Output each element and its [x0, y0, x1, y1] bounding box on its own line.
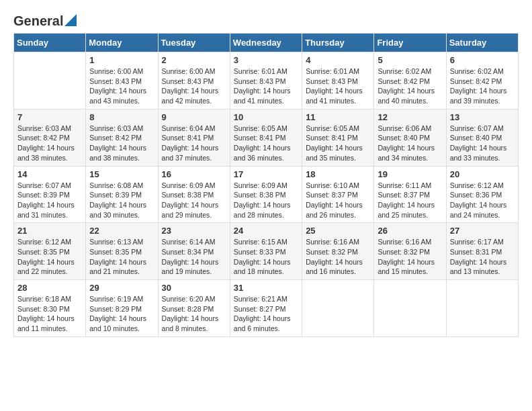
day-number: 6	[450, 55, 515, 65]
calendar-cell: 17Sunrise: 6:09 AM Sunset: 8:38 PM Dayli…	[230, 166, 302, 223]
calendar-header-wednesday: Wednesday	[230, 34, 302, 52]
day-info: Sunrise: 6:05 AM Sunset: 8:41 PM Dayligh…	[306, 124, 370, 163]
day-info: Sunrise: 6:05 AM Sunset: 8:41 PM Dayligh…	[234, 124, 298, 163]
calendar-week-row: 14Sunrise: 6:07 AM Sunset: 8:39 PM Dayli…	[14, 166, 519, 223]
calendar-cell: 22Sunrise: 6:13 AM Sunset: 8:35 PM Dayli…	[86, 223, 158, 280]
day-info: Sunrise: 6:02 AM Sunset: 8:42 PM Dayligh…	[450, 66, 515, 106]
day-info: Sunrise: 6:01 AM Sunset: 8:43 PM Dayligh…	[234, 66, 298, 106]
day-number: 26	[378, 226, 442, 236]
day-info: Sunrise: 6:21 AM Sunset: 8:27 PM Dayligh…	[234, 294, 298, 334]
day-info: Sunrise: 6:20 AM Sunset: 8:28 PM Dayligh…	[162, 294, 226, 334]
day-number: 3	[234, 55, 298, 65]
calendar-cell: 9Sunrise: 6:04 AM Sunset: 8:41 PM Daylig…	[158, 109, 230, 166]
day-info: Sunrise: 6:00 AM Sunset: 8:43 PM Dayligh…	[162, 66, 226, 106]
logo-triangle-icon	[64, 14, 77, 26]
day-info: Sunrise: 6:04 AM Sunset: 8:41 PM Dayligh…	[162, 124, 226, 163]
day-number: 28	[17, 283, 82, 293]
calendar-cell: 4Sunrise: 6:01 AM Sunset: 8:43 PM Daylig…	[302, 52, 374, 109]
calendar-cell: 28Sunrise: 6:18 AM Sunset: 8:30 PM Dayli…	[14, 280, 86, 337]
day-info: Sunrise: 6:02 AM Sunset: 8:42 PM Dayligh…	[378, 66, 442, 106]
day-number: 31	[234, 283, 298, 293]
day-info: Sunrise: 6:15 AM Sunset: 8:33 PM Dayligh…	[234, 237, 298, 277]
calendar-cell: 7Sunrise: 6:03 AM Sunset: 8:42 PM Daylig…	[14, 109, 86, 166]
day-info: Sunrise: 6:14 AM Sunset: 8:34 PM Dayligh…	[162, 237, 226, 277]
calendar-cell: 27Sunrise: 6:17 AM Sunset: 8:31 PM Dayli…	[446, 223, 518, 280]
day-info: Sunrise: 6:17 AM Sunset: 8:31 PM Dayligh…	[450, 237, 515, 277]
day-number: 16	[162, 169, 226, 179]
day-number: 10	[234, 112, 298, 122]
header: General	[13, 13, 519, 26]
day-info: Sunrise: 6:19 AM Sunset: 8:29 PM Dayligh…	[89, 294, 154, 334]
day-number: 12	[378, 112, 442, 122]
day-number: 15	[89, 169, 154, 179]
day-number: 11	[306, 112, 370, 122]
calendar-cell: 1Sunrise: 6:00 AM Sunset: 8:43 PM Daylig…	[86, 52, 158, 109]
day-info: Sunrise: 6:03 AM Sunset: 8:42 PM Dayligh…	[89, 124, 154, 163]
calendar-cell	[446, 280, 518, 337]
calendar-cell	[14, 52, 86, 109]
day-info: Sunrise: 6:13 AM Sunset: 8:35 PM Dayligh…	[89, 237, 154, 277]
day-number: 1	[89, 55, 154, 65]
logo: General	[13, 13, 77, 26]
day-number: 2	[162, 55, 226, 65]
calendar-cell: 29Sunrise: 6:19 AM Sunset: 8:29 PM Dayli…	[86, 280, 158, 337]
calendar-cell: 13Sunrise: 6:07 AM Sunset: 8:40 PM Dayli…	[446, 109, 518, 166]
day-info: Sunrise: 6:06 AM Sunset: 8:40 PM Dayligh…	[378, 124, 442, 163]
calendar-cell	[302, 280, 374, 337]
day-number: 18	[306, 169, 370, 179]
calendar-header-friday: Friday	[374, 34, 446, 52]
day-info: Sunrise: 6:09 AM Sunset: 8:38 PM Dayligh…	[162, 181, 226, 220]
day-number: 5	[378, 55, 442, 65]
calendar-cell: 8Sunrise: 6:03 AM Sunset: 8:42 PM Daylig…	[86, 109, 158, 166]
day-info: Sunrise: 6:00 AM Sunset: 8:43 PM Dayligh…	[89, 66, 154, 106]
calendar-cell: 24Sunrise: 6:15 AM Sunset: 8:33 PM Dayli…	[230, 223, 302, 280]
calendar-cell: 15Sunrise: 6:08 AM Sunset: 8:39 PM Dayli…	[86, 166, 158, 223]
day-number: 25	[306, 226, 370, 236]
calendar-cell: 30Sunrise: 6:20 AM Sunset: 8:28 PM Dayli…	[158, 280, 230, 337]
calendar-cell: 16Sunrise: 6:09 AM Sunset: 8:38 PM Dayli…	[158, 166, 230, 223]
day-number: 20	[450, 169, 515, 179]
calendar-cell: 12Sunrise: 6:06 AM Sunset: 8:40 PM Dayli…	[374, 109, 446, 166]
calendar-week-row: 21Sunrise: 6:12 AM Sunset: 8:35 PM Dayli…	[14, 223, 519, 280]
day-info: Sunrise: 6:07 AM Sunset: 8:39 PM Dayligh…	[17, 181, 82, 220]
calendar-cell: 18Sunrise: 6:10 AM Sunset: 8:37 PM Dayli…	[302, 166, 374, 223]
day-number: 14	[17, 169, 82, 179]
svg-marker-0	[64, 14, 77, 26]
day-number: 23	[162, 226, 226, 236]
day-info: Sunrise: 6:08 AM Sunset: 8:39 PM Dayligh…	[89, 181, 154, 220]
calendar-header-sunday: Sunday	[14, 34, 86, 52]
day-info: Sunrise: 6:01 AM Sunset: 8:43 PM Dayligh…	[306, 66, 370, 106]
calendar-header-monday: Monday	[86, 34, 158, 52]
day-info: Sunrise: 6:16 AM Sunset: 8:32 PM Dayligh…	[306, 237, 370, 277]
calendar-week-row: 1Sunrise: 6:00 AM Sunset: 8:43 PM Daylig…	[14, 52, 519, 109]
day-info: Sunrise: 6:12 AM Sunset: 8:36 PM Dayligh…	[450, 181, 515, 220]
day-number: 29	[89, 283, 154, 293]
logo-general-text: General	[13, 13, 63, 29]
calendar-cell: 14Sunrise: 6:07 AM Sunset: 8:39 PM Dayli…	[14, 166, 86, 223]
day-number: 7	[17, 112, 82, 122]
calendar-cell: 11Sunrise: 6:05 AM Sunset: 8:41 PM Dayli…	[302, 109, 374, 166]
calendar-header-tuesday: Tuesday	[158, 34, 230, 52]
day-number: 9	[162, 112, 226, 122]
calendar-cell: 25Sunrise: 6:16 AM Sunset: 8:32 PM Dayli…	[302, 223, 374, 280]
day-info: Sunrise: 6:03 AM Sunset: 8:42 PM Dayligh…	[17, 124, 82, 163]
day-info: Sunrise: 6:10 AM Sunset: 8:37 PM Dayligh…	[306, 181, 370, 220]
day-number: 13	[450, 112, 515, 122]
day-number: 22	[89, 226, 154, 236]
day-info: Sunrise: 6:11 AM Sunset: 8:37 PM Dayligh…	[378, 181, 442, 220]
day-number: 8	[89, 112, 154, 122]
day-info: Sunrise: 6:12 AM Sunset: 8:35 PM Dayligh…	[17, 237, 82, 277]
day-info: Sunrise: 6:18 AM Sunset: 8:30 PM Dayligh…	[17, 294, 82, 334]
calendar-cell: 19Sunrise: 6:11 AM Sunset: 8:37 PM Dayli…	[374, 166, 446, 223]
calendar-cell: 20Sunrise: 6:12 AM Sunset: 8:36 PM Dayli…	[446, 166, 518, 223]
calendar-cell: 6Sunrise: 6:02 AM Sunset: 8:42 PM Daylig…	[446, 52, 518, 109]
day-number: 24	[234, 226, 298, 236]
calendar-cell: 10Sunrise: 6:05 AM Sunset: 8:41 PM Dayli…	[230, 109, 302, 166]
calendar-week-row: 28Sunrise: 6:18 AM Sunset: 8:30 PM Dayli…	[14, 280, 519, 337]
day-number: 19	[378, 169, 442, 179]
calendar-cell: 2Sunrise: 6:00 AM Sunset: 8:43 PM Daylig…	[158, 52, 230, 109]
calendar-cell: 23Sunrise: 6:14 AM Sunset: 8:34 PM Dayli…	[158, 223, 230, 280]
day-info: Sunrise: 6:16 AM Sunset: 8:32 PM Dayligh…	[378, 237, 442, 277]
day-number: 30	[162, 283, 226, 293]
calendar-header-thursday: Thursday	[302, 34, 374, 52]
